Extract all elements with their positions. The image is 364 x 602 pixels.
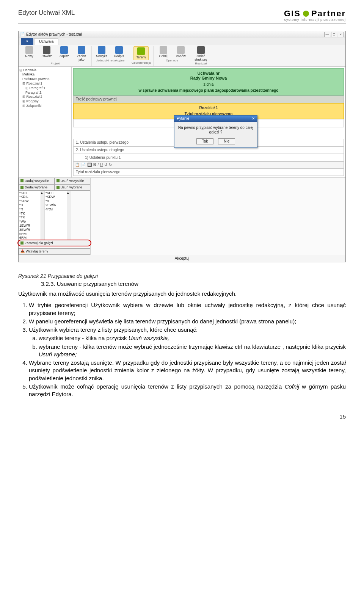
brand-gis: GIS <box>284 9 301 18</box>
ribbon-struct[interactable]: Zmień strukturę <box>193 46 209 61</box>
ribbon-podpis[interactable]: Podpis <box>111 46 127 58</box>
brand-sub: systemy informacji przestrzennej <box>284 18 346 22</box>
ribbon-save-as[interactable]: Zapisz jako <box>74 46 89 61</box>
tree-node[interactable]: Rozdział 2 <box>22 95 71 99</box>
ribbon-redo[interactable]: Ponów <box>173 46 188 58</box>
ribbon-new[interactable]: Nowy <box>22 46 37 61</box>
ribbon-caption-roz: Rozdział <box>193 62 209 66</box>
terrain-item[interactable]: *KD.L <box>19 195 40 199</box>
delete-selected-button[interactable]: Usuń wybrane <box>55 184 91 191</box>
tree-pane[interactable]: Uchwała Metryka Podstawa prawna Rozdział… <box>19 67 72 177</box>
doc-header-right: GIS Partner systemy informacji przestrze… <box>284 9 346 22</box>
terrain-item[interactable]: 4RM <box>46 207 66 212</box>
apply-branch-button[interactable]: Zastosuj dla gałęzi <box>19 240 90 246</box>
editor-field[interactable]: Tytuł rozdziału pierwszego <box>73 168 344 176</box>
figure-caption: Rysunek 21 Przypisanie do gałęzi <box>18 273 346 279</box>
ribbon-tereny[interactable]: Tereny <box>133 46 149 60</box>
terrain-item[interactable]: *R <box>19 203 40 207</box>
dialog-no-button[interactable]: Nie <box>218 138 235 144</box>
page-number: 15 <box>18 413 346 420</box>
maximize-button[interactable]: □ <box>331 32 337 37</box>
ribbon-save[interactable]: Zapisz <box>56 46 72 61</box>
ribbon-undo[interactable]: Cofnij <box>156 46 171 58</box>
app-screenshot: 📄 Edytor aktów prawnych - test.xml — □ ×… <box>18 31 346 262</box>
close-button[interactable]: × <box>338 32 344 37</box>
accept-button[interactable]: Akceptuj <box>19 255 345 262</box>
terrain-item[interactable]: *KDW <box>46 195 66 199</box>
delete-all-button[interactable]: Usuń wszystkie <box>55 178 91 184</box>
terrain-list-right[interactable]: *KD.L*KDW*R2EW/R4RM <box>45 191 67 240</box>
terrain-item[interactable]: *KDW <box>19 199 40 203</box>
step-3: Użytkownik wybiera tereny z listy przypi… <box>29 326 346 358</box>
terrain-item[interactable]: 5RM <box>19 232 40 236</box>
scrollbar[interactable]: ▴ <box>67 191 71 240</box>
section-heading: 3.2.3. Usuwanie przypisanych terenów <box>41 281 346 287</box>
ribbon-caption-op: Operacje <box>156 59 188 63</box>
app-icon: 📄 <box>20 32 25 37</box>
ribbon-open[interactable]: Otwórz <box>39 46 54 61</box>
legal-basis-bar: Treść podstawy prawnej <box>73 96 344 103</box>
doc-header-left: Edytor Uchwał XML <box>18 9 75 17</box>
list-item[interactable]: 1) Ustalenia punktu 1 <box>73 154 344 161</box>
app-menu[interactable]: ▾ <box>21 38 33 45</box>
terrain-item[interactable]: *KD.L <box>46 191 66 195</box>
add-all-button[interactable]: Dodaj wszystkie <box>19 178 55 184</box>
dialog-message: Na pewno przypisać wybrane tereny do cał… <box>177 125 254 135</box>
app-title: Edytor aktów prawnych - test.xml <box>26 32 82 37</box>
terrain-item[interactable]: *KD.L <box>19 191 40 195</box>
confirm-dialog: Pytanie ✕ Na pewno przypisać wybrane ter… <box>174 115 257 148</box>
ribbon-metryka[interactable]: Metryka <box>94 46 109 58</box>
header-block: Uchwała nr Rady Gminy Nowa z dnia w spra… <box>73 68 344 96</box>
terrain-item[interactable]: 3EW/R <box>19 228 40 232</box>
ribbon-caption-projekt: Projekt <box>22 62 89 66</box>
terrain-item[interactable]: 2EW/R <box>46 203 66 207</box>
read-terrains-button[interactable]: 📥Wczytaj tereny <box>19 248 90 255</box>
intro-paragraph: Użytkownik ma możliwość usunięcia terenó… <box>18 290 346 298</box>
scrollbar[interactable]: ▴ <box>41 191 45 240</box>
terrain-item[interactable]: *R <box>19 207 40 212</box>
step-3b: wybrane tereny - kilka terenów może wybr… <box>39 343 346 359</box>
minimize-button[interactable]: — <box>324 32 330 37</box>
step-5: Użytkownik może cofnąć operację usunięci… <box>29 383 346 398</box>
tree-node[interactable]: Podpisy <box>22 99 71 104</box>
terrain-item[interactable]: 1EW/R <box>19 224 40 228</box>
dialog-title: Pytanie <box>177 116 189 121</box>
step-1: W trybie georeferencji Użytkownik wybier… <box>29 301 346 317</box>
dialog-yes-button[interactable]: Tak <box>196 138 214 144</box>
terrain-item[interactable]: *R <box>46 199 66 203</box>
terrain-item[interactable]: *TK <box>19 212 40 216</box>
step-4: Wybrane tereny zostają usunięte. W przyp… <box>29 359 346 382</box>
terrain-item[interactable]: *Wp <box>19 219 40 224</box>
editor-toolbar[interactable]: 📋📄🔲BIU↺↻ <box>73 161 344 168</box>
tab-uchwala[interactable]: Uchwała <box>34 38 58 45</box>
tree-node[interactable]: Metryka <box>22 72 71 77</box>
brand-dot-icon <box>303 11 309 17</box>
ribbon-caption-geo: Georeferencja <box>132 61 151 65</box>
tree-node[interactable]: Podstawa prawna <box>22 77 71 82</box>
tree-node[interactable]: Paragraf 2. <box>25 91 71 95</box>
add-selected-button[interactable]: Dodaj wybrane <box>19 184 55 191</box>
dialog-close-icon[interactable]: ✕ <box>252 116 255 121</box>
tree-node[interactable]: Rozdział 1 <box>22 82 71 86</box>
ribbon-caption-jr: Jednostki redakcyjne <box>94 59 127 63</box>
tree-node[interactable]: Załączniki <box>22 104 71 108</box>
tree-node[interactable]: Uchwała <box>19 68 71 73</box>
tree-node[interactable]: Paragraf 1. <box>25 86 71 91</box>
terrain-list-left[interactable]: *KD.L*KD.L*KDW*R*R*TK*TK*Wp1EW/R3EW/R5RM… <box>19 191 41 240</box>
terrain-item[interactable]: *TK <box>19 215 40 219</box>
brand-partner: Partner <box>311 9 346 18</box>
step-2: W panelu georeferencji wyświetla się lis… <box>29 318 346 325</box>
step-3a: wszystkie tereny - klika na przycisk Usu… <box>39 334 346 342</box>
